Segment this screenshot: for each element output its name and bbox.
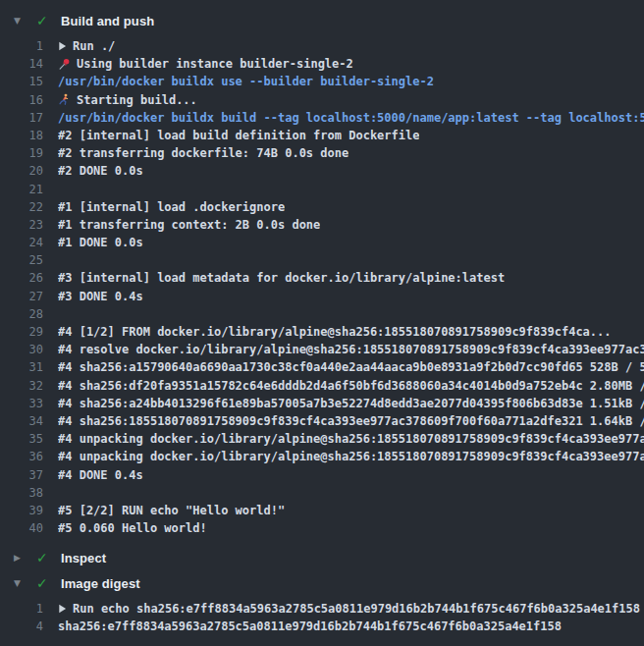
line-content: #1 [internal] load .dockerignore xyxy=(58,198,644,216)
line-content xyxy=(58,484,644,502)
line-text: #4 unpacking docker.io/library/alpine@sh… xyxy=(58,448,644,465)
line-content: #4 sha256:a24bb4013296f61e89ba57005a7b3e… xyxy=(58,395,644,412)
line-number[interactable]: 17 xyxy=(0,109,43,127)
log-line: 25 xyxy=(0,251,644,269)
line-number[interactable]: 30 xyxy=(0,341,43,358)
log-line: 18 #2 [internal] load build definition f… xyxy=(0,127,644,144)
log-line[interactable]: 1 Run echo sha256:e7ff8834a5963a2785c5a0… xyxy=(0,600,644,618)
play-icon xyxy=(58,41,67,51)
log-line: 38 xyxy=(0,484,644,502)
line-number[interactable]: 31 xyxy=(0,358,43,376)
section-header-image-digest[interactable]: ▼ ✓ Image digest xyxy=(0,570,644,596)
line-content xyxy=(58,305,644,323)
line-text: #1 DONE 0.0s xyxy=(58,234,143,251)
line-number[interactable]: 27 xyxy=(0,288,43,305)
log-line: 26 #3 [internal] load metadata for docke… xyxy=(0,269,644,287)
line-number[interactable]: 34 xyxy=(0,412,43,430)
line-text: #4 [1/2] FROM docker.io/library/alpine@s… xyxy=(58,323,612,341)
line-number[interactable]: 24 xyxy=(0,234,43,251)
line-number[interactable]: 21 xyxy=(0,181,43,198)
line-number[interactable]: 29 xyxy=(0,323,43,341)
line-content: #3 DONE 0.4s xyxy=(58,288,644,305)
check-icon: ✓ xyxy=(36,576,52,590)
line-number[interactable]: 20 xyxy=(0,162,43,180)
line-number[interactable]: 32 xyxy=(0,377,43,395)
line-number[interactable]: 23 xyxy=(0,216,43,234)
line-content: #1 transferring context: 2B 0.0s done xyxy=(58,216,644,234)
section-title: Inspect xyxy=(61,551,106,565)
line-text: #4 resolve docker.io/library/alpine@sha2… xyxy=(58,341,644,358)
line-number[interactable]: 16 xyxy=(0,91,43,109)
line-text: #4 sha256:a15790640a6690aa1730c38cf0a440… xyxy=(58,358,644,376)
line-content: #4 sha256:a15790640a6690aa1730c38cf0a440… xyxy=(58,358,644,376)
line-text: #4 sha256:a24bb4013296f61e89ba57005a7b3e… xyxy=(58,395,644,412)
chevron-down-icon: ▼ xyxy=(14,17,27,26)
section-header-inspect[interactable]: ▶ ✓ Inspect xyxy=(0,545,644,570)
log-line: 14 Using builder instance builder-single… xyxy=(0,55,644,73)
line-text: #2 DONE 0.0s xyxy=(58,162,143,180)
line-number[interactable]: 26 xyxy=(0,269,43,287)
log-line: 4 sha256:e7ff8834a5963a2785c5a0811e979d1… xyxy=(0,618,644,635)
line-content: Run echo sha256:e7ff8834a5963a2785c5a081… xyxy=(58,600,644,618)
log-line: 28 xyxy=(0,305,644,323)
line-text: #3 [internal] load metadata for docker.i… xyxy=(58,269,505,287)
line-number[interactable]: 40 xyxy=(0,519,43,537)
log-lines: 1 Run ./ 14 Using builder instance build… xyxy=(0,37,644,537)
line-content: #1 DONE 0.0s xyxy=(58,234,644,251)
line-number[interactable]: 28 xyxy=(0,305,43,323)
check-icon: ✓ xyxy=(36,14,52,27)
line-number[interactable]: 35 xyxy=(0,430,43,448)
line-text: Starting build... xyxy=(77,91,197,109)
line-content: #5 [2/2] RUN echo "Hello world!" xyxy=(58,502,644,519)
line-number[interactable]: 39 xyxy=(0,502,43,519)
log-line: 32 #4 sha256:df20fa9351a15782c64e6dddb2d… xyxy=(0,377,644,395)
line-content: #5 0.060 Hello world! xyxy=(58,519,644,537)
line-number[interactable]: 18 xyxy=(0,127,43,144)
log-line: 36 #4 unpacking docker.io/library/alpine… xyxy=(0,448,644,465)
pin-icon xyxy=(58,58,71,71)
log-line: 15 /usr/bin/docker buildx use --builder … xyxy=(0,73,644,90)
line-number[interactable]: 38 xyxy=(0,484,43,502)
line-text: #5 0.060 Hello world! xyxy=(58,519,207,537)
log-line[interactable]: 1 Run ./ xyxy=(0,37,644,55)
section-build-and-push: ▼ ✓ Build and push 1 Run ./ 14 Using bui… xyxy=(0,0,644,537)
line-text: /usr/bin/docker buildx use --builder bui… xyxy=(58,73,434,90)
log-line: 16 Starting build... xyxy=(0,91,644,109)
section-title: Build and push xyxy=(61,14,154,28)
chevron-down-icon: ▼ xyxy=(14,579,27,588)
line-number[interactable]: 19 xyxy=(0,144,43,162)
workflow-log-viewer: ▼ ✓ Build and push 1 Run ./ 14 Using bui… xyxy=(0,0,644,646)
line-number[interactable]: 37 xyxy=(0,466,43,484)
log-line: 35 #4 unpacking docker.io/library/alpine… xyxy=(0,430,644,448)
line-number[interactable]: 1 xyxy=(0,600,43,618)
line-number[interactable]: 14 xyxy=(0,55,43,73)
log-line: 29 #4 [1/2] FROM docker.io/library/alpin… xyxy=(0,323,644,341)
line-content: #4 unpacking docker.io/library/alpine@sh… xyxy=(58,448,644,465)
line-number[interactable]: 1 xyxy=(0,37,43,55)
line-content xyxy=(58,181,644,198)
line-number[interactable]: 22 xyxy=(0,198,43,216)
log-line: 34 #4 sha256:185518070891758909c9f839cf4… xyxy=(0,412,644,430)
line-text: Run ./ xyxy=(73,37,115,55)
log-line: 17 /usr/bin/docker buildx build --tag lo… xyxy=(0,109,644,127)
line-text: #5 [2/2] RUN echo "Hello world!" xyxy=(58,502,285,519)
log-line: 19 #2 transferring dockerfile: 74B 0.0s … xyxy=(0,144,644,162)
log-line: 40 #5 0.060 Hello world! xyxy=(0,519,644,537)
line-content: #4 [1/2] FROM docker.io/library/alpine@s… xyxy=(58,323,644,341)
log-line: 24 #1 DONE 0.0s xyxy=(0,234,644,251)
line-number[interactable]: 33 xyxy=(0,395,43,412)
line-content xyxy=(58,251,644,269)
log-lines: 1 Run echo sha256:e7ff8834a5963a2785c5a0… xyxy=(0,600,644,635)
line-text: #4 sha256:185518070891758909c9f839cf4ca3… xyxy=(58,412,644,430)
line-text: #2 [internal] load build definition from… xyxy=(58,127,419,144)
log-line: 20 #2 DONE 0.0s xyxy=(0,162,644,180)
line-content: #3 [internal] load metadata for docker.i… xyxy=(58,269,644,287)
line-content: /usr/bin/docker buildx use --builder bui… xyxy=(58,73,644,90)
line-number[interactable]: 15 xyxy=(0,73,43,90)
section-header-build-and-push[interactable]: ▼ ✓ Build and push xyxy=(0,8,644,33)
line-content: Using builder instance builder-single-2 xyxy=(58,55,644,73)
line-number[interactable]: 25 xyxy=(0,251,43,269)
line-number[interactable]: 36 xyxy=(0,448,43,465)
line-number[interactable]: 4 xyxy=(0,618,43,635)
line-content: #2 transferring dockerfile: 74B 0.0s don… xyxy=(58,144,644,162)
